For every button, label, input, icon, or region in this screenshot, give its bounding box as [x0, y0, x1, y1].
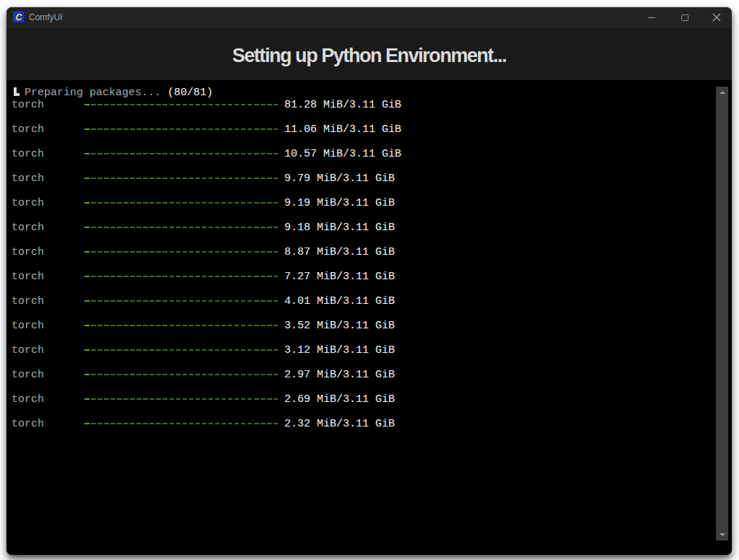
svg-text:C: C — [15, 12, 23, 22]
